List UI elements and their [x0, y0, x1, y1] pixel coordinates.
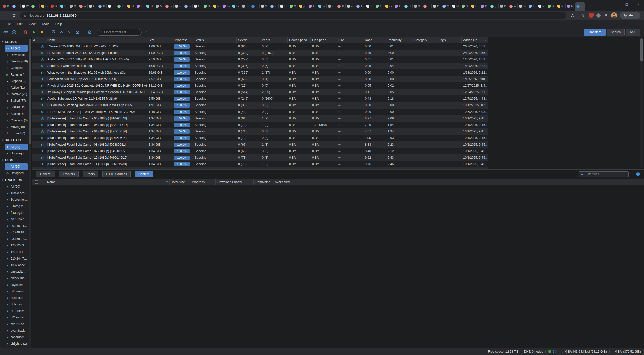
torrent-row[interactable]: FL Studio Producer 25.2.4.5242 All Plugi…	[32, 50, 488, 56]
browser-tab[interactable]: N	[556, 2, 566, 11]
torrent-row[interactable]: [SubsPlease] Futari Solo Camp - 05 (1080…	[32, 122, 488, 128]
add-torrent-link-button[interactable]	[2, 29, 10, 36]
panel-tab-http-sources[interactable]: HTTP Sources	[102, 171, 131, 177]
torrent-list-scrollbar-thumb[interactable]	[640, 38, 643, 61]
browser-tab[interactable]: S	[260, 2, 269, 11]
stop-button[interactable]	[38, 29, 46, 36]
menu-help[interactable]: Help	[52, 20, 65, 28]
browser-tab[interactable]: P	[479, 2, 489, 11]
torrent-row[interactable]: [SubsPlease] Futari Solo Camp - 12 (1080…	[32, 154, 488, 161]
sidebar-item[interactable]: ✔Complete…	[5, 65, 28, 71]
browser-tab[interactable]: X	[269, 2, 279, 11]
browser-tab[interactable]: T	[365, 2, 374, 11]
sidebar-item[interactable]: ●1c.premier…	[5, 196, 28, 203]
browser-tab[interactable]: P	[422, 2, 432, 11]
torrent-row[interactable]: Foundation S01 WEBRip AAC5 1 1080p x265-…	[32, 76, 488, 82]
sidebar-item[interactable]: ●bt2.archiv…	[5, 314, 28, 321]
view-button-rss[interactable]: RSS	[626, 29, 640, 36]
column-header-up-speed[interactable]: Up Speed	[311, 37, 337, 43]
browser-tab[interactable]: D	[59, 2, 68, 11]
browser-tab[interactable]: S	[460, 2, 470, 11]
content-column-total-size[interactable]: Total Size	[170, 179, 190, 185]
browser-tab[interactable]: Th	[527, 2, 537, 11]
sidebar-item[interactable]: ■Stopped (2)	[5, 78, 28, 84]
sidebar-item[interactable]: ●canardscit…	[5, 334, 28, 340]
sidebar-item[interactable]: ●amigacity…	[5, 268, 28, 275]
sidebar-item[interactable]: ●1337.abcv…	[5, 262, 28, 268]
browser-tab[interactable]: Fu	[88, 2, 97, 11]
column-header-size[interactable]: Size	[147, 37, 173, 43]
sidebar-item[interactable]: ●125.227.3…	[5, 242, 28, 249]
sidebar-scroll-down-icon[interactable]: ▾	[0, 344, 31, 348]
browser-tab[interactable]: Ju	[240, 2, 250, 11]
browser-tab[interactable]: X	[307, 2, 317, 11]
browser-tab[interactable]: N	[154, 2, 164, 11]
browser-tab[interactable]: W	[21, 2, 30, 11]
view-button-transfers[interactable]: Transfers	[584, 29, 605, 36]
torrent-row[interactable]: [SubsPlease] Futari Solo Camp - 11 (1080…	[32, 161, 488, 167]
column-header-tags[interactable]: Tags	[437, 37, 462, 43]
torrent-row[interactable]: It's Always Sunny in Philadelphia Comple…	[32, 89, 488, 95]
sidebar-item[interactable]: ●async.em…	[5, 281, 28, 288]
maximize-button[interactable]: □	[621, 0, 632, 9]
close-button[interactable]: ×	[632, 0, 644, 9]
menu-view[interactable]: View	[25, 20, 38, 28]
browser-tab[interactable]: Fu	[135, 2, 145, 11]
filter-regex-toggle[interactable]: *	[144, 29, 150, 36]
sidebar-section-status[interactable]: ▾STATUS	[0, 38, 31, 45]
column-header-name[interactable]: Name	[46, 37, 147, 43]
menu-tools[interactable]: Tools	[38, 20, 52, 28]
alt-speed-icon[interactable]	[553, 350, 557, 353]
browser-tab[interactable]: M	[451, 2, 460, 11]
sidebar-item[interactable]: ↑Seeding (88)	[5, 58, 28, 65]
browser-tab[interactable]: Th	[145, 2, 154, 11]
torrent-list-scrollbar[interactable]	[640, 38, 643, 168]
browser-tab[interactable]: 1	[374, 2, 384, 11]
torrent-row[interactable]: [SubsPlease] Futari Solo Camp - 01 (1080…	[32, 128, 488, 135]
filter-torrent-input[interactable]	[97, 29, 142, 36]
browser-tab[interactable]: Bi	[231, 2, 240, 11]
column-header-seeds[interactable]: Seeds	[237, 37, 260, 43]
torrent-row[interactable]: [SubsPlease] Futari Solo Camp - 09 (1080…	[32, 135, 488, 141]
sidebar-item[interactable]: ●bvarf.track…	[5, 327, 28, 334]
minimize-button[interactable]: —	[609, 0, 621, 9]
content-column-availability[interactable]: Availability	[273, 179, 302, 185]
adblock-extension-icon[interactable]	[589, 13, 594, 18]
delete-torrent-button[interactable]	[22, 29, 29, 36]
browser-tab[interactable]: Im	[317, 2, 327, 11]
profile-avatar[interactable]	[611, 12, 617, 18]
move-top-button[interactable]	[50, 29, 57, 36]
sidebar-item[interactable]: ◐Checking (0)	[5, 117, 28, 124]
sidebar-item[interactable]: →Moving (0)	[5, 124, 28, 130]
browser-tab[interactable]: Fu	[183, 2, 193, 11]
browser-tab[interactable]: x	[327, 2, 336, 11]
column-header-status[interactable]: Status	[193, 37, 237, 43]
column-header-progress[interactable]: Progress	[173, 37, 193, 43]
column-header-icon[interactable]	[39, 37, 46, 43]
sidebar-item[interactable]: ◎All (90)	[5, 45, 28, 52]
sidebar-item[interactable]: ↓Downloadi…	[5, 52, 28, 58]
browser-tab[interactable]: Lu	[221, 2, 231, 11]
browser-tab[interactable]: Th	[336, 2, 346, 11]
browser-tab[interactable]: P	[432, 2, 441, 11]
browser-tab[interactable]: (	[489, 2, 499, 11]
sidebar-item[interactable]: ⇅Active (11)	[5, 84, 28, 91]
panel-tab-peers[interactable]: Peers	[83, 171, 99, 177]
sidebar-item[interactable]: ⇅Inactive (79)	[5, 91, 28, 97]
browser-tab[interactable]: x-	[174, 2, 183, 11]
connection-status-icon[interactable]	[548, 350, 551, 353]
browser-tab[interactable]: N	[212, 2, 221, 11]
sidebar-item[interactable]: ●bt.t-ru.or…	[5, 301, 28, 308]
sidebar-scrollbar-thumb[interactable]	[29, 39, 31, 144]
column-header-popularity[interactable]: Popularity	[386, 37, 413, 43]
panel-tab-content[interactable]: Content	[135, 171, 153, 177]
menu-file[interactable]: File	[3, 20, 14, 28]
torrent-row[interactable]: [SubsPlease] Futari Solo Camp - 07 (1080…	[32, 148, 488, 154]
torrent-row[interactable]	[32, 167, 488, 169]
menu-edit[interactable]: Edit	[14, 20, 25, 28]
url-omnibox[interactable]: ⚠ Not secure 192.168.1.222:8080	[20, 12, 566, 19]
browser-tab[interactable]: B	[49, 2, 59, 11]
update-button[interactable]: Update ⋮	[620, 12, 640, 19]
browser-tab[interactable]: Yo	[508, 2, 518, 11]
torrent-row[interactable]: Andor S01 web hevc atmos d3g15.83 GiB100…	[32, 63, 488, 69]
